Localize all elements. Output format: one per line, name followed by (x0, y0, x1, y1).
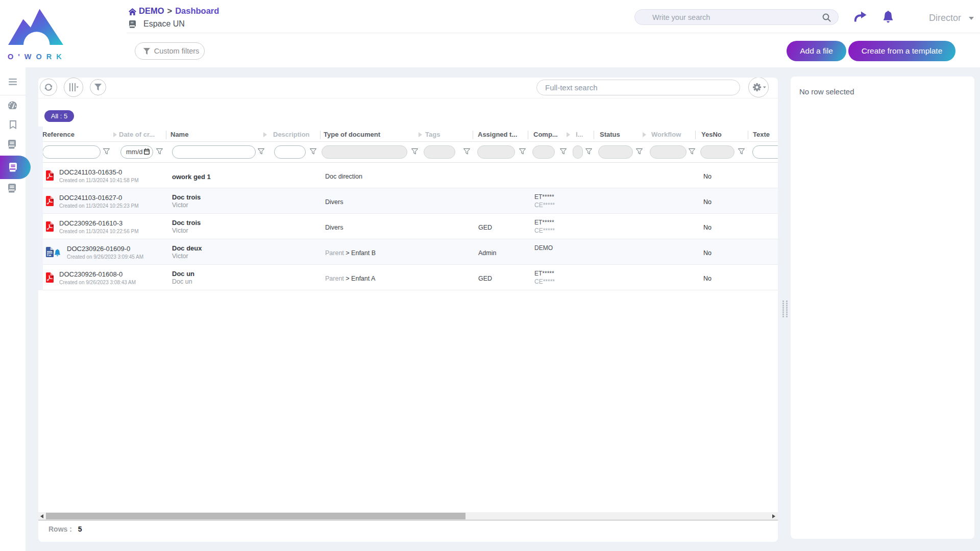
svg-text:O'WORK: O'WORK (8, 53, 64, 61)
svg-text:w: w (48, 253, 52, 257)
